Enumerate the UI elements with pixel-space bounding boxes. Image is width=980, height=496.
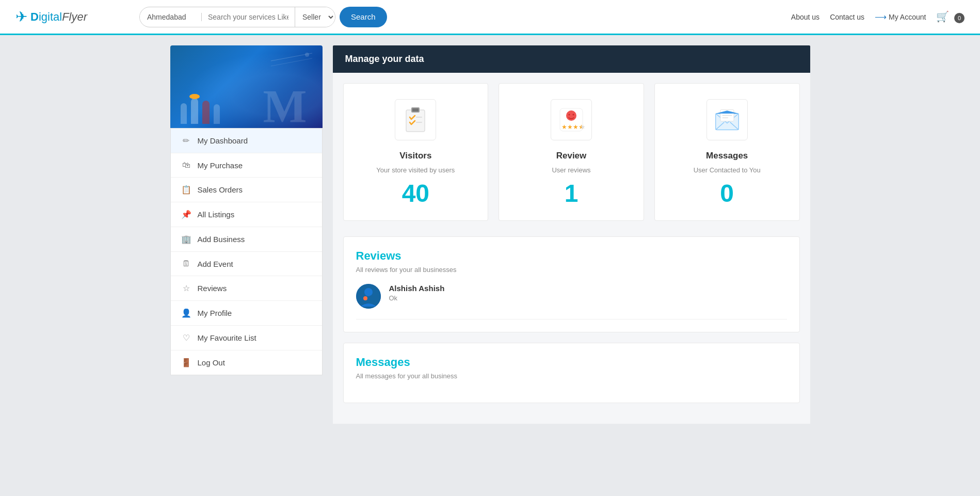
- reviews-section-subtitle: All reviews for your all businesses: [356, 266, 787, 274]
- sidebar-item-reviews[interactable]: ☆ Reviews: [171, 276, 322, 301]
- sidebar-item-profile[interactable]: 👤 My Profile: [171, 301, 322, 326]
- reviews-section: Reviews All reviews for your all busines…: [343, 236, 800, 332]
- sidebar-item-purchase[interactable]: 🛍 My Purchase: [171, 153, 322, 178]
- dashboard-icon: ✏: [181, 136, 191, 146]
- messages-card: Messages User Contacted to You 0: [654, 83, 800, 221]
- sidebar-item-listings[interactable]: 📌 All Listings: [171, 202, 322, 227]
- sidebar-item-label: Add Event: [198, 260, 233, 268]
- review-item: Alshish Ashish Ok: [356, 284, 787, 319]
- messages-title: Messages: [706, 151, 748, 161]
- nav-account-link[interactable]: ⟶ My Account: [875, 12, 926, 22]
- listings-icon: 📌: [181, 210, 191, 219]
- visitors-value: 40: [402, 179, 429, 207]
- review-card: ★★★★ ★ Review User reviews 1: [499, 83, 644, 221]
- sidebar-item-label: Reviews: [198, 284, 227, 293]
- main-content: Manage your data: [333, 45, 810, 424]
- stats-row: Visitors Your store visited by users 40: [343, 83, 800, 221]
- logout-icon: 🚪: [181, 358, 191, 367]
- sidebar-item-label: Add Business: [198, 235, 245, 244]
- main-layout: M ✏ M: [155, 35, 826, 434]
- clipboard-icon: [403, 106, 428, 134]
- search-type-select[interactable]: Seller Buyer: [295, 7, 335, 27]
- svg-point-11: [573, 114, 574, 116]
- cart-count-badge: 0: [954, 13, 965, 23]
- nav-about-link[interactable]: About us: [791, 13, 820, 21]
- svg-point-10: [569, 114, 570, 116]
- sidebar-item-dashboard[interactable]: ✏ My Dashboard: [171, 129, 322, 153]
- logo-text: DigitalFlyer: [30, 10, 87, 24]
- messages-subtitle: User Contacted to You: [694, 166, 761, 174]
- visitors-subtitle: Your store visited by users: [376, 166, 455, 174]
- sidebar-nav: ✏ My Dashboard 🛍 My Purchase 📋 Sales Ord…: [170, 128, 323, 375]
- avatar-inner: [356, 284, 381, 309]
- account-icon: ⟶: [875, 12, 887, 22]
- sidebar-item-label: Sales Orders: [198, 185, 243, 194]
- reviews-section-title: Reviews: [356, 249, 787, 263]
- add-event-icon: 🗓: [181, 259, 191, 268]
- sidebar-item-label: Log Out: [198, 358, 225, 367]
- review-icon: ★★★★ ★: [558, 106, 585, 133]
- review-title: Review: [556, 151, 587, 161]
- visitors-card: Visitors Your store visited by users 40: [343, 83, 489, 221]
- messages-section: Messages All messages for your all busin…: [343, 343, 800, 403]
- svg-point-2: [305, 53, 309, 57]
- banner-decoration: M: [170, 45, 323, 128]
- messages-section-title: Messages: [356, 356, 787, 369]
- sales-icon: 📋: [181, 185, 191, 195]
- cart-icon: 🛒: [936, 11, 949, 22]
- svg-text:★: ★: [580, 123, 585, 131]
- review-subtitle: User reviews: [552, 166, 590, 174]
- search-bar: Seller Buyer: [139, 7, 335, 27]
- top-nav: About us Contact us ⟶ My Account 🛒 0: [791, 10, 965, 23]
- envelope-icon: [714, 108, 741, 131]
- reviewer-info: Alshish Ashish Ok: [389, 284, 445, 302]
- svg-point-9: [566, 110, 576, 121]
- svg-rect-5: [412, 108, 419, 111]
- header: ✈ DigitalFlyer Seller Buyer Search About…: [0, 0, 980, 35]
- sidebar-item-label: My Purchase: [198, 161, 243, 170]
- reviewer-name: Alshish Ashish: [389, 284, 445, 293]
- search-input[interactable]: [202, 13, 295, 21]
- avatar-image: [356, 284, 381, 309]
- messages-section-subtitle: All messages for your all business: [356, 372, 787, 380]
- banner-letter: M: [263, 80, 307, 128]
- favourite-icon: ♡: [181, 333, 191, 343]
- manage-header: Manage your data: [333, 45, 810, 73]
- nav-account-label: My Account: [889, 13, 926, 21]
- sidebar-item-sales[interactable]: 📋 Sales Orders: [171, 178, 322, 202]
- reviews-icon: ☆: [181, 283, 191, 293]
- content-body: Visitors Your store visited by users 40: [333, 73, 810, 424]
- review-value: 1: [565, 179, 579, 207]
- review-icon-wrap: ★★★★ ★: [551, 99, 592, 140]
- sidebar-item-favourite[interactable]: ♡ My Favourite List: [171, 326, 322, 350]
- reviewer-comment: Ok: [389, 294, 445, 302]
- profile-icon: 👤: [181, 308, 191, 318]
- nav-contact-link[interactable]: Contact us: [830, 13, 864, 21]
- messages-icon-wrap: [706, 99, 748, 140]
- svg-point-21: [363, 296, 367, 300]
- sidebar-banner: M: [170, 45, 323, 128]
- visitors-title: Visitors: [399, 151, 431, 161]
- visitors-icon-wrap: [395, 99, 436, 140]
- sidebar-item-label: My Dashboard: [198, 136, 248, 145]
- search-city-input[interactable]: [140, 13, 202, 21]
- sidebar-item-label: My Favourite List: [198, 333, 256, 342]
- logo-area: ✈ DigitalFlyer: [15, 8, 129, 25]
- logo-plane-icon: ✈: [15, 8, 27, 25]
- sidebar-item-logout[interactable]: 🚪 Log Out: [171, 350, 322, 375]
- sidebar-item-label: All Listings: [198, 210, 235, 219]
- sidebar-item-add-event[interactable]: 🗓 Add Event: [171, 252, 322, 276]
- sidebar-item-label: My Profile: [198, 309, 232, 317]
- svg-point-20: [364, 288, 373, 296]
- add-business-icon: 🏢: [181, 234, 191, 244]
- messages-value: 0: [720, 179, 734, 207]
- sidebar: M ✏ M: [170, 45, 323, 424]
- sidebar-item-add-business[interactable]: 🏢 Add Business: [171, 227, 322, 252]
- purchase-icon: 🛍: [181, 161, 191, 170]
- search-button[interactable]: Search: [340, 7, 387, 27]
- cart-button[interactable]: 🛒 0: [936, 10, 965, 23]
- reviewer-avatar: [356, 284, 381, 309]
- svg-point-22: [369, 295, 374, 299]
